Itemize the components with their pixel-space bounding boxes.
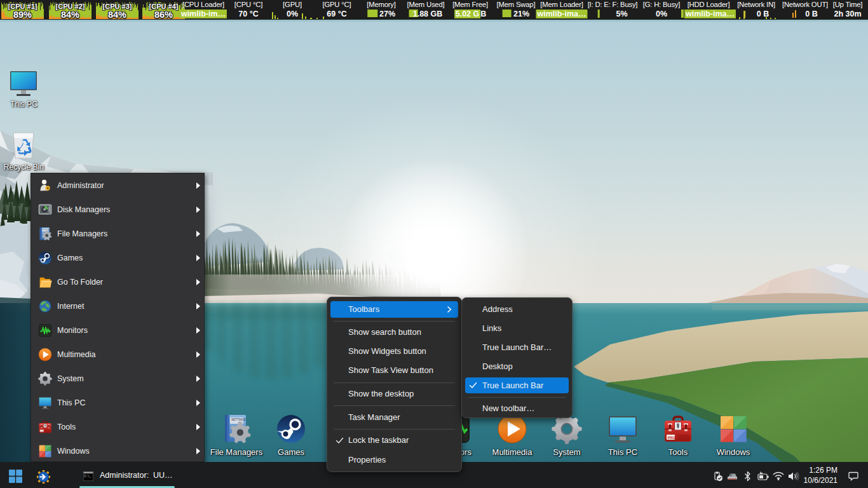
svg-text:C:\_: C:\_	[85, 475, 92, 478]
svg-text:S: S	[729, 473, 732, 478]
